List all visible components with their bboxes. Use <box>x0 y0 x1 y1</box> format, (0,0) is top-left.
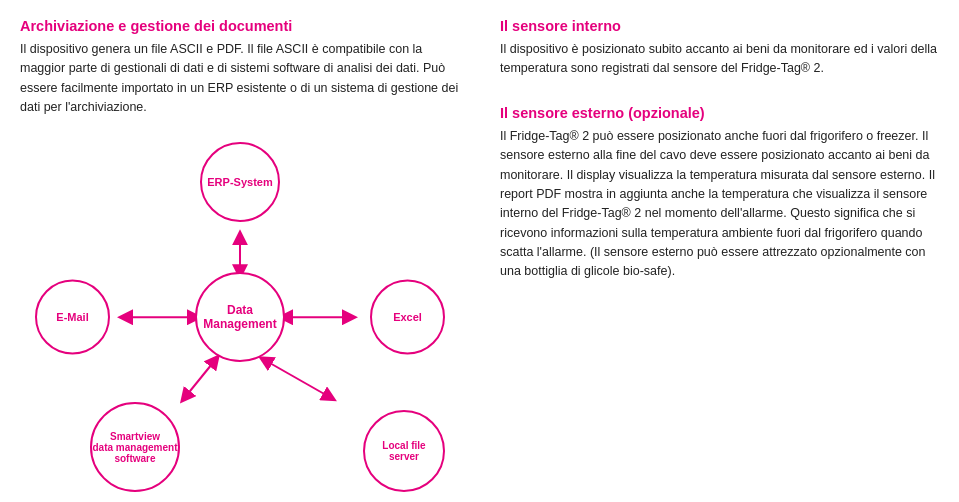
external-sensor-text: Il Fridge-Tag® 2 può essere posizionato … <box>500 127 939 282</box>
top-section: Archiviazione e gestione dei documenti I… <box>20 18 460 118</box>
left-panel: Archiviazione e gestione dei documenti I… <box>0 0 480 502</box>
node-local-file: Local file server <box>363 410 445 492</box>
internal-sensor-title: Il sensore interno <box>500 18 939 34</box>
internal-sensor-section: Il sensore interno Il dispositivo è posi… <box>500 18 939 79</box>
diagram-area: Data Management ERP-System E-Mail Smartv… <box>20 142 460 493</box>
right-panel: Il sensore interno Il dispositivo è posi… <box>480 0 959 502</box>
top-title: Archiviazione e gestione dei documenti <box>20 18 460 34</box>
internal-sensor-text: Il dispositivo è posizionato subito acca… <box>500 40 939 79</box>
node-email: E-Mail <box>35 279 110 354</box>
external-sensor-title: Il sensore esterno (opzionale) <box>500 105 939 121</box>
node-excel: Excel <box>370 279 445 354</box>
external-sensor-section: Il sensore esterno (opzionale) Il Fridge… <box>500 105 939 282</box>
node-erp: ERP-System <box>200 142 280 222</box>
node-smartview: Smartview data management software <box>90 402 180 492</box>
top-text: Il dispositivo genera un file ASCII e PD… <box>20 40 460 118</box>
node-center: Data Management <box>195 272 285 362</box>
svg-line-4 <box>265 360 330 397</box>
svg-line-3 <box>185 360 215 397</box>
